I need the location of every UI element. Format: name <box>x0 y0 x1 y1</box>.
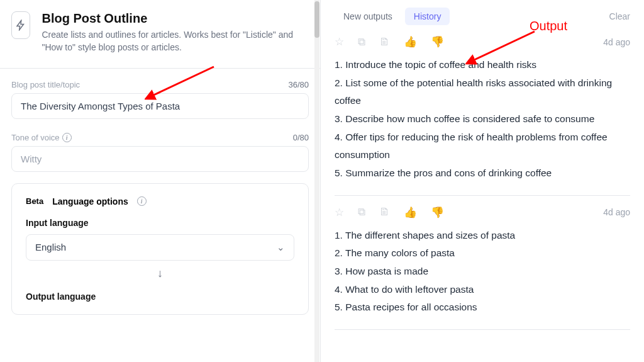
outline-line: 3. How pasta is made <box>335 263 630 281</box>
svg-line-1 <box>151 67 214 96</box>
scrollbar[interactable] <box>314 0 319 362</box>
outline-line: 2. The many colors of pasta <box>335 244 630 263</box>
entry-time: 4d ago <box>603 37 630 47</box>
document-icon[interactable]: 🗎 <box>379 36 390 48</box>
tone-label: Tone of voice <box>11 133 60 142</box>
outline-line: 1. The different shapes and sizes of pas… <box>335 227 630 245</box>
scrollbar-thumb[interactable] <box>314 1 319 38</box>
output-language-label: Output language <box>26 291 294 302</box>
tab-history[interactable]: History <box>405 8 450 25</box>
thumbs-up-icon[interactable]: 👍 <box>404 35 417 48</box>
outline-line: 5. Pasta recipes for all occasions <box>335 298 630 317</box>
svg-line-0 <box>472 31 535 61</box>
outline-line: 5. Summarize the pros and cons of drinki… <box>335 164 630 183</box>
title-label: Blog post title/topic <box>11 80 80 89</box>
beta-badge: Beta <box>26 196 43 206</box>
thumbs-down-icon[interactable]: 👎 <box>431 35 444 48</box>
chevron-down-icon: ⌄ <box>277 242 285 253</box>
copy-icon[interactable]: ⧉ <box>358 206 365 218</box>
outline-body: 1. The different shapes and sizes of pas… <box>335 227 630 317</box>
language-options-label: Language options <box>52 196 128 206</box>
history-entry: ☆ ⧉ 🗎 👍 👎 4d ago 1. The different shapes… <box>335 196 630 330</box>
annotation-arrow <box>145 62 220 106</box>
outline-body: 1. Introduce the topic of coffee and hea… <box>335 56 630 183</box>
template-subtitle: Create lists and outlines for articles. … <box>42 28 309 54</box>
tone-placeholder: Witty <box>21 154 42 164</box>
tab-new-outputs[interactable]: New outputs <box>335 8 401 25</box>
annotation-arrow <box>465 26 541 71</box>
star-icon[interactable]: ☆ <box>335 206 344 219</box>
input-language-label: Input language <box>26 218 294 228</box>
bolt-icon <box>15 20 26 31</box>
tone-input[interactable]: Witty <box>11 146 309 172</box>
language-card: Beta Language options i Input language E… <box>11 183 309 315</box>
outline-line: 4. What to do with leftover pasta <box>335 281 630 299</box>
tone-count: 0/80 <box>293 133 309 142</box>
tabs: New outputs History Clear <box>335 8 630 25</box>
document-icon[interactable]: 🗎 <box>379 206 390 218</box>
arrow-down-icon: ↓ <box>26 267 294 280</box>
tone-field-header: Tone of voice i 0/80 <box>11 133 309 142</box>
outline-line: 4. Offer tips for reducing the risk of h… <box>335 128 630 164</box>
input-language-select[interactable]: English ⌄ <box>26 234 294 261</box>
outline-line: 3. Describe how much coffee is considere… <box>335 110 630 128</box>
thumbs-down-icon[interactable]: 👎 <box>431 206 444 219</box>
outline-line: 2. List some of the potential health ris… <box>335 74 630 110</box>
clear-button[interactable]: Clear <box>609 11 630 21</box>
info-icon[interactable]: i <box>62 133 72 142</box>
template-icon <box>11 11 30 39</box>
thumbs-up-icon[interactable]: 👍 <box>404 206 417 219</box>
entry-time: 4d ago <box>603 207 630 217</box>
template-header: Blog Post Outline Create lists and outli… <box>11 11 309 54</box>
info-icon[interactable]: i <box>137 196 147 206</box>
title-count: 36/80 <box>288 80 309 89</box>
copy-icon[interactable]: ⧉ <box>358 36 365 48</box>
input-language-value: English <box>35 242 66 252</box>
left-panel: Blog Post Outline Create lists and outli… <box>0 0 321 362</box>
template-title: Blog Post Outline <box>42 11 309 26</box>
star-icon[interactable]: ☆ <box>335 35 344 48</box>
